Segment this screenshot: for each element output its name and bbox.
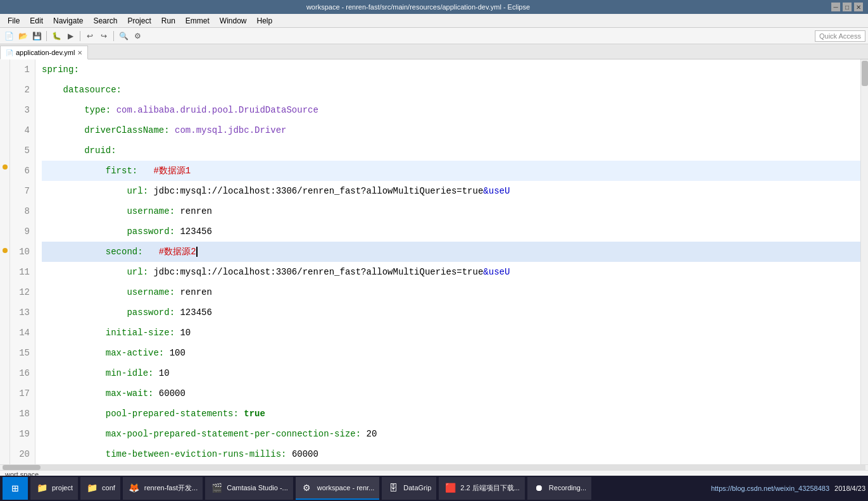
taskbar-item-4[interactable]: 🎬 Camtasia Studio -... [205,477,293,500]
title-bar: workspace - renren-fast/src/main/resourc… [0,0,868,14]
taskbar-item-8[interactable]: ⏺ Recording... [527,477,591,500]
code-token: com.alibaba.druid.pool.DruidDataSource [116,100,318,120]
line-num-8: 8 [10,201,30,221]
code-token: username: [42,282,180,302]
code-editor[interactable]: spring: datasource: type: com.alibaba.dr… [35,59,860,464]
title-bar-controls[interactable]: ─ □ ✕ [831,3,863,11]
code-token: url: [42,262,153,282]
taskbar-icon-3: 🦊 [128,481,141,494]
toolbar-run[interactable]: ▶ [64,30,77,42]
code-token: #数据源2 [159,242,196,262]
menu-file[interactable]: File [3,15,25,27]
code-token: renren [180,282,211,302]
code-area: 1 2 3 4 5 6 7 8 9 10 11 12 13 14 15 16 1… [10,59,860,464]
code-token: max-active: [42,343,170,363]
menu-navigate[interactable]: Navigate [48,15,88,27]
vertical-scrollbar[interactable] [860,59,868,464]
toolbar-undo[interactable]: ↩ [84,30,96,42]
taskbar-icon-7: 🟥 [444,481,456,494]
tab-application-dev-yml[interactable]: 📄 application-dev.yml ✕ [0,46,88,59]
line-num-10: 10 [10,242,30,262]
code-token: com.mysql.jdbc.Driver [175,120,286,140]
code-token: driverClassName: [42,120,175,140]
code-line-7: url: jdbc:mysql://localhost:3306/renren_… [42,181,860,201]
code-token: jdbc:mysql://localhost:3306/renren_fast?… [153,262,483,282]
taskbar-right: https://blog.csdn.net/weixin_43258483 20… [711,485,865,492]
taskbar-item-3[interactable]: 🦊 renren-fast开发... [123,477,203,500]
code-token: initial-size: [42,323,180,343]
menu-window[interactable]: Window [215,15,252,27]
maximize-button[interactable]: □ [843,3,852,11]
code-token: second: [42,242,159,262]
toolbar-debug[interactable]: 🐛 [50,30,63,42]
side-gutter [0,59,10,464]
taskbar-item-6[interactable]: 🗄 DataGrip [382,477,436,500]
line-numbers: 1 2 3 4 5 6 7 8 9 10 11 12 13 14 15 16 1… [10,59,35,464]
code-token: max-wait: [42,383,159,404]
line-num-6: 6 [10,161,30,181]
taskbar-icon-8: ⏺ [532,481,545,494]
code-line-9: password: 123456 [42,221,860,242]
toolbar-new[interactable]: 📄 [3,30,15,42]
code-line-5: druid: [42,140,860,161]
code-line-16: min-idle: 10 [42,363,860,383]
toolbar-settings[interactable]: ⚙ [131,30,144,42]
line-num-7: 7 [10,181,30,201]
h-scrollbar-track [3,465,865,470]
taskbar-label-2: conf [102,484,115,492]
tab-close-button[interactable]: ✕ [77,49,82,56]
close-button[interactable]: ✕ [854,3,863,11]
line-num-3: 3 [10,100,30,120]
code-token: &useU [483,181,510,201]
taskbar-icon-1: 📁 [35,481,48,494]
taskbar-label-4: Camtasia Studio -... [227,484,288,492]
code-token: 60000 [292,444,318,464]
taskbar-label-6: DataGrip [403,484,431,492]
menu-emmet[interactable]: Emmet [180,15,215,27]
toolbar: 📄 📂 💾 🐛 ▶ ↩ ↪ 🔍 ⚙ Quick Access [0,28,868,44]
code-line-19: max-pool-prepared-statement-per-connecti… [42,424,860,444]
code-token: jdbc:mysql://localhost:3306/renren_fast?… [153,181,483,201]
code-token: renren [180,201,211,221]
quick-access-box[interactable]: Quick Access [815,30,865,42]
code-token: druid: [42,140,116,161]
menu-help[interactable]: Help [252,15,278,27]
line-num-4: 4 [10,120,30,140]
minimize-button[interactable]: ─ [831,3,840,11]
menu-bar: File Edit Navigate Search Project Run Em… [0,14,868,28]
menu-project[interactable]: Project [122,15,156,27]
code-line-20: time-between-eviction-runs-millis: 60000 [42,444,860,464]
taskbar-label-3: renren-fast开发... [144,483,198,493]
code-token: 60000 [159,383,186,404]
code-token: max-pool-prepared-statement-per-connecti… [42,424,366,444]
separator-2 [80,31,80,41]
line-num-17: 17 [10,383,30,404]
line-num-16: 16 [10,363,30,383]
toolbar-redo[interactable]: ↪ [97,30,110,42]
h-scrollbar-thumb[interactable] [3,465,41,470]
taskbar-icon-5: ⚙ [301,481,313,494]
taskbar-item-5[interactable]: ⚙ workspace - renr... [296,477,379,500]
taskbar-label-1: project [52,484,73,492]
toolbar-search[interactable]: 🔍 [117,30,130,42]
taskbar-label-7: 2.2 后端项目下载... [460,483,520,493]
tab-label: application-dev.yml [16,49,75,56]
menu-run[interactable]: Run [156,15,180,27]
toolbar-open[interactable]: 📂 [16,30,29,42]
code-token: 100 [170,343,186,363]
horizontal-scrollbar[interactable] [0,464,868,470]
code-token: 123456 [180,221,211,242]
menu-edit[interactable]: Edit [25,15,48,27]
menu-search[interactable]: Search [88,15,122,27]
taskbar-icon-2: 📁 [85,481,98,494]
code-line-15: max-active: 100 [42,343,860,363]
toolbar-save[interactable]: 💾 [30,30,43,42]
taskbar-item-7[interactable]: 🟥 2.2 后端项目下载... [439,477,525,500]
start-button[interactable]: ⊞ [3,477,28,500]
taskbar-item-1[interactable]: 📁 project [30,477,78,500]
taskbar-time: 2018/4/23 [834,485,865,492]
line-num-18: 18 [10,404,30,424]
scrollbar-thumb[interactable] [862,61,868,86]
taskbar-item-2[interactable]: 📁 conf [80,477,120,500]
code-line-13: password: 123456 [42,302,860,323]
